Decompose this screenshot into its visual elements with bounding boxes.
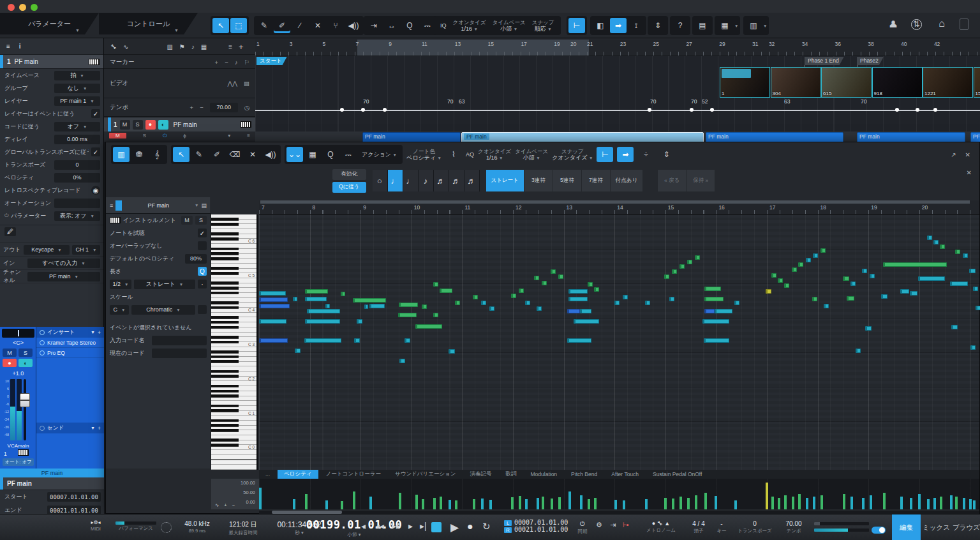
black-key[interactable] [211,385,239,388]
checkbox[interactable]: ✓ [91,147,100,156]
velocity-bar[interactable] [918,494,921,509]
quantize-back-button[interactable]: « 戻る [658,170,686,191]
tabs-overflow-button[interactable]: ... [259,470,276,479]
midi-note[interactable] [307,309,340,313]
dropdown-field[interactable]: オフ▼ [54,122,100,131]
event-row-field[interactable]: 00007.01.01.00 [47,492,101,502]
midi-note[interactable] [704,297,724,301]
piano-lane-icon[interactable]: ▥ [167,43,172,50]
midi-note[interactable] [812,297,817,301]
sync-toggle[interactable]: ⏻︎同期 [573,520,592,535]
note-value-button-1/16[interactable]: ♬ [434,170,449,191]
midi-note[interactable] [843,276,849,281]
midi-note[interactable] [856,349,861,353]
inserts-header[interactable]: インサート ▼ + [36,327,104,338]
midi-note[interactable] [669,297,674,301]
midi-note[interactable] [399,359,405,363]
pan-icon[interactable]: ϕ [183,133,186,139]
midi-note[interactable] [558,274,563,279]
midi-note[interactable] [614,301,620,305]
video-lane-header[interactable]: ビデオ ⋀⋀▤ [104,69,255,98]
velocity-bar[interactable] [862,498,865,509]
midi-note[interactable] [489,306,494,311]
midi-note[interactable] [784,283,789,288]
velocity-bar[interactable] [955,497,958,509]
black-key[interactable] [211,419,239,423]
velocity-bar[interactable] [594,498,597,509]
performance-meter[interactable]: パフォーマンス [114,520,158,532]
grid-view-button[interactable]: ▦ [716,18,733,33]
midi-note[interactable] [433,282,438,287]
note-value-button-1/32[interactable]: ♬ [449,170,464,191]
velocity-bar[interactable] [537,498,539,509]
snap-setting[interactable]: スナップ順応 ▼ [532,16,554,35]
editor-mute-button[interactable]: M [181,216,193,225]
record-arm-button[interactable]: ● [3,359,17,367]
length-q-button[interactable]: Q [198,267,207,276]
midi-note[interactable] [481,301,486,305]
midi-note[interactable] [399,303,418,307]
signature-display[interactable]: 4 / 4拍子 [688,520,709,534]
black-key[interactable] [211,439,239,442]
pencil-tool-button[interactable]: ✎ [256,18,272,33]
range-tool-button[interactable]: ⬚ [230,18,247,33]
midi-note[interactable] [702,319,729,324]
midi-note[interactable] [357,319,362,324]
page-button-edit[interactable]: 編集 [892,514,921,540]
play-button[interactable]: ▶ [450,521,459,534]
tempo-lane[interactable]: 70706370705263707060 [255,98,980,116]
menu-icon[interactable]: ≡ [247,133,250,139]
midi-note[interactable] [542,281,547,285]
sends-header[interactable]: センド ▼ + [36,423,104,433]
stop-button[interactable] [431,522,442,532]
return-to-start-button[interactable]: ▸| [420,521,427,531]
black-key[interactable] [211,316,239,319]
black-key[interactable] [211,356,239,359]
midi-note[interactable] [259,297,288,302]
video-thumbnail[interactable]: 304 [771,67,821,98]
midi-note[interactable] [850,281,856,286]
sync-icon[interactable]: ⇅ [911,19,922,30]
black-key[interactable] [211,232,239,236]
midi-note[interactable] [304,338,341,343]
velocity-bar[interactable] [519,496,521,509]
split-tool-button[interactable]: ⑂ [327,18,344,33]
controller-tab[interactable]: Pitch Bend [565,470,604,479]
midi-note[interactable] [354,338,360,343]
velocity-bar[interactable] [645,499,648,509]
tempo-lane-header[interactable]: テンポ +− 70.00 ◷ [104,98,255,117]
line-tool-button[interactable]: ∕ [292,18,308,33]
add-insert-button[interactable]: + [98,329,101,336]
velocity-bar[interactable] [623,500,625,509]
settings-gear-icon[interactable]: ⚙︎ [596,521,602,529]
velocity-bar[interactable] [481,499,484,509]
piano-view-button[interactable]: ▥ [113,147,130,162]
chevron-down-icon[interactable]: ▾ [228,133,230,139]
midi-note[interactable] [970,345,976,350]
midi-note[interactable] [405,338,410,343]
midi-note[interactable] [734,301,739,305]
io-dropdown[interactable]: PF main▼ [27,272,100,281]
black-key[interactable] [211,272,239,275]
curve-icon[interactable]: ∿ [215,502,219,508]
midi-note[interactable] [568,289,588,294]
next-bar-button[interactable]: ▸ [408,521,413,531]
midi-note[interactable] [449,349,455,354]
midi-note[interactable] [870,274,875,278]
output-toggle[interactable] [872,527,886,534]
midi-note[interactable] [778,278,783,283]
timestretch-icon-button[interactable]: ↔ [383,18,400,33]
velocity-bar[interactable] [927,499,930,509]
velocity-bar[interactable] [784,495,787,509]
metronome-control[interactable]: ● 🔧︎ ▲メトロノーム [638,520,684,534]
velocity-bar[interactable] [850,497,853,509]
velocity-bar[interactable] [963,498,965,509]
midi-note[interactable] [580,309,591,313]
black-key[interactable] [211,321,239,324]
track-monitor-button[interactable]: ◐ [158,120,168,130]
quantize-q-button[interactable]: Q [322,147,339,162]
midi-note[interactable] [798,262,803,267]
note-value-button-1/8[interactable]: ♪ [419,170,434,191]
inspector-track-header[interactable]: 1 PF main [0,55,103,69]
midi-note[interactable] [918,276,945,281]
